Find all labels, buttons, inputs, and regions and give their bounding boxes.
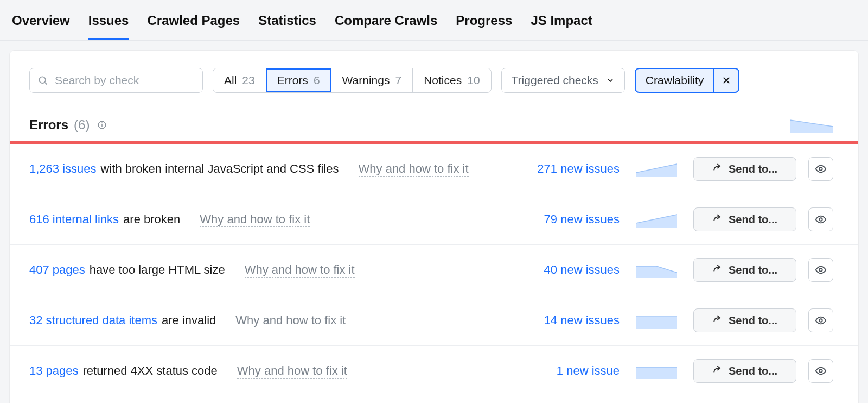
row-sparkline [631,161,681,177]
send-to-button[interactable]: Send to... [693,157,796,181]
send-arrow-icon [712,265,723,275]
eye-icon [815,264,827,276]
row-sparkline [631,211,681,228]
issue-row: 32 structured data items are invalid Why… [10,295,858,346]
tab-crawled-pages[interactable]: Crawled Pages [147,8,240,40]
send-to-label: Send to... [729,213,777,226]
search-input[interactable] [54,73,195,87]
issue-text: have too large HTML size [90,263,225,277]
svg-point-10 [819,319,822,322]
new-issues-link[interactable]: 79 new issues [511,212,620,226]
filter-chip-crawlability: Crawlability [635,68,739,93]
why-how-to-fix-link[interactable]: Why and how to fix it [359,162,469,177]
section-title: Errors [29,117,68,133]
filter-notices-count: 10 [467,74,480,87]
issue-text: returned 4XX status code [83,364,218,378]
svg-point-7 [819,167,822,171]
tab-js-impact[interactable]: JS Impact [531,8,592,40]
svg-point-8 [819,218,822,221]
issue-count-link[interactable]: 1,263 issues [29,162,97,176]
dropdown-label: Triggered checks [512,74,598,87]
send-arrow-icon [712,315,723,326]
issues-list: 1,263 issues with broken internal JavaSc… [10,144,858,403]
search-input-wrap[interactable] [29,68,203,93]
preview-button[interactable] [808,207,833,231]
preview-button[interactable] [808,308,833,332]
chevron-down-icon [606,76,615,85]
issue-count-link[interactable]: 616 internal links [29,212,119,226]
issue-description: 13 pages returned 4XX status code Why an… [29,364,499,379]
issue-row: 616 internal links are broken Why and ho… [10,194,858,245]
new-issues-link[interactable]: 40 new issues [511,263,620,277]
issue-row: 1,263 issues with broken internal JavaSc… [10,144,858,194]
svg-rect-5 [102,124,103,127]
filter-all-label: All [224,74,237,87]
tab-statistics[interactable]: Statistics [258,8,316,40]
tab-overview[interactable]: Overview [12,8,70,40]
why-how-to-fix-link[interactable]: Why and how to fix it [235,313,346,328]
filter-errors[interactable]: Errors 6 [266,68,331,92]
svg-point-6 [101,122,103,123]
send-arrow-icon [712,214,723,225]
issue-text: are broken [123,212,180,226]
svg-point-11 [819,369,822,373]
chip-remove-button[interactable] [713,69,738,92]
section-count: (6) [74,117,90,133]
why-how-to-fix-link[interactable]: Why and how to fix it [200,212,310,227]
row-sparkline [631,363,681,379]
info-icon[interactable] [97,120,107,130]
why-how-to-fix-link[interactable]: Why and how to fix it [245,263,355,278]
eye-icon [815,163,827,175]
chip-label: Crawlability [636,74,713,87]
svg-point-9 [819,268,822,272]
filter-notices-label: Notices [424,74,462,87]
filter-warnings[interactable]: Warnings 7 [331,68,413,92]
tab-compare-crawls[interactable]: Compare Crawls [335,8,437,40]
eye-icon [815,213,827,225]
issue-text: are invalid [162,313,216,328]
send-to-button[interactable]: Send to... [693,207,796,231]
send-to-label: Send to... [729,365,777,377]
filter-warnings-label: Warnings [342,74,390,87]
issue-row: 407 pages have too large HTML size Why a… [10,245,858,295]
new-issues-link[interactable]: 1 new issue [511,364,620,378]
filter-warnings-count: 7 [395,74,401,87]
section-head: Errors (6) [10,98,858,141]
send-to-label: Send to... [729,264,777,276]
issue-description: 32 structured data items are invalid Why… [29,313,499,328]
why-how-to-fix-link[interactable]: Why and how to fix it [237,364,347,379]
preview-button[interactable] [808,258,833,282]
send-to-button[interactable]: Send to... [693,308,796,332]
issue-count-link[interactable]: 407 pages [29,263,85,277]
toolbar: All 23 Errors 6 Warnings 7 Notices 10 Tr… [10,51,858,98]
send-to-label: Send to... [729,314,777,327]
filter-segment: All 23 Errors 6 Warnings 7 Notices 10 [213,68,492,93]
filter-all[interactable]: All 23 [213,68,266,92]
filter-notices[interactable]: Notices 10 [413,68,490,92]
svg-line-1 [45,83,47,85]
preview-button[interactable] [808,157,833,181]
top-nav: Overview Issues Crawled Pages Statistics… [0,0,868,41]
tab-issues[interactable]: Issues [88,8,129,40]
close-icon [722,75,731,85]
triggered-checks-dropdown[interactable]: Triggered checks [501,68,625,93]
row-sparkline [631,312,681,329]
preview-button[interactable] [808,359,833,383]
issues-card: All 23 Errors 6 Warnings 7 Notices 10 Tr… [10,51,858,403]
new-issues-link[interactable]: 271 new issues [511,162,620,176]
issue-count-link[interactable]: 13 pages [29,364,79,378]
send-to-label: Send to... [729,163,777,175]
issue-row: 13 pages returned 4XX status code Why an… [10,346,858,396]
issue-count-link[interactable]: 32 structured data items [29,313,157,328]
new-issues-link[interactable]: 14 new issues [511,313,620,328]
send-to-button[interactable]: Send to... [693,359,796,383]
issue-text: with broken internal JavaScript and CSS … [101,162,339,176]
overview-sparkline [790,117,833,133]
row-sparkline [631,262,681,278]
svg-point-0 [39,77,46,83]
eye-icon [815,314,827,326]
filter-errors-label: Errors [277,74,308,87]
search-icon [37,75,48,86]
send-to-button[interactable]: Send to... [693,258,796,282]
tab-progress[interactable]: Progress [456,8,512,40]
